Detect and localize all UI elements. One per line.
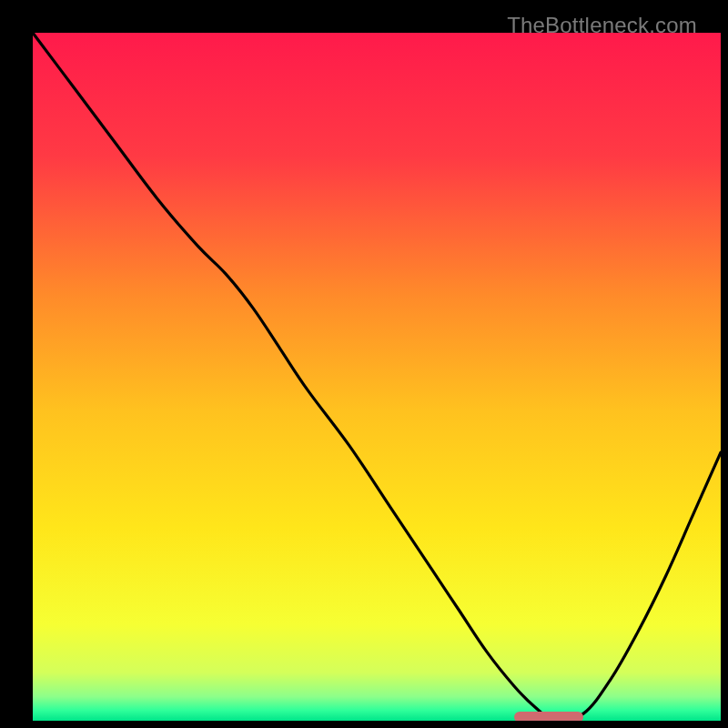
bottleneck-curve [33,33,721,721]
optimum-marker [514,712,583,721]
chart-frame: TheBottleneck.com [13,13,715,715]
plot-area [33,33,721,721]
watermark-text: TheBottleneck.com [507,13,697,38]
